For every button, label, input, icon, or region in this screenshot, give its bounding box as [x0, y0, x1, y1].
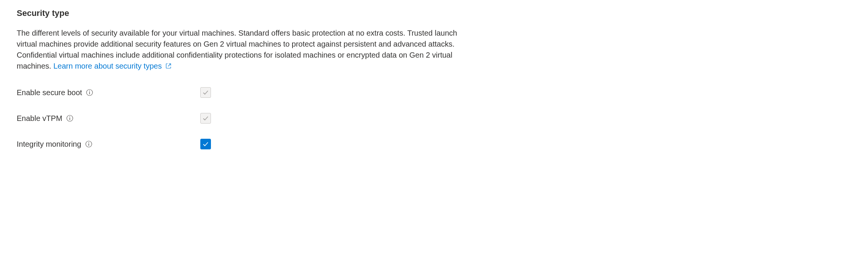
integrity-monitoring-row: Integrity monitoring	[17, 139, 851, 149]
integrity-monitoring-label-col: Integrity monitoring	[17, 139, 200, 149]
check-icon	[202, 89, 209, 96]
svg-point-4	[69, 116, 70, 117]
integrity-monitoring-checkbox[interactable]	[200, 139, 211, 149]
learn-more-link[interactable]: Learn more about security types	[53, 62, 171, 70]
svg-point-7	[88, 142, 89, 143]
svg-rect-5	[69, 118, 70, 120]
info-icon[interactable]	[86, 89, 93, 96]
svg-rect-2	[90, 92, 90, 94]
secure-boot-label-col: Enable secure boot	[17, 87, 200, 98]
section-title: Security type	[17, 8, 851, 19]
section-description: The different levels of security availab…	[17, 28, 472, 72]
check-icon	[202, 115, 209, 122]
vtpm-label-col: Enable vTPM	[17, 113, 200, 124]
vtpm-checkbox	[200, 113, 211, 124]
info-icon[interactable]	[85, 140, 93, 148]
secure-boot-label: Enable secure boot	[17, 87, 82, 98]
integrity-monitoring-label: Integrity monitoring	[17, 139, 81, 149]
secure-boot-checkbox	[200, 87, 211, 98]
info-icon[interactable]	[66, 114, 74, 122]
svg-point-1	[89, 91, 90, 91]
vtpm-row: Enable vTPM	[17, 113, 851, 124]
check-icon	[202, 141, 209, 147]
secure-boot-row: Enable secure boot	[17, 87, 851, 98]
external-link-icon	[165, 61, 171, 72]
learn-more-text: Learn more about security types	[53, 62, 162, 70]
vtpm-label: Enable vTPM	[17, 113, 62, 124]
svg-rect-8	[88, 143, 89, 146]
